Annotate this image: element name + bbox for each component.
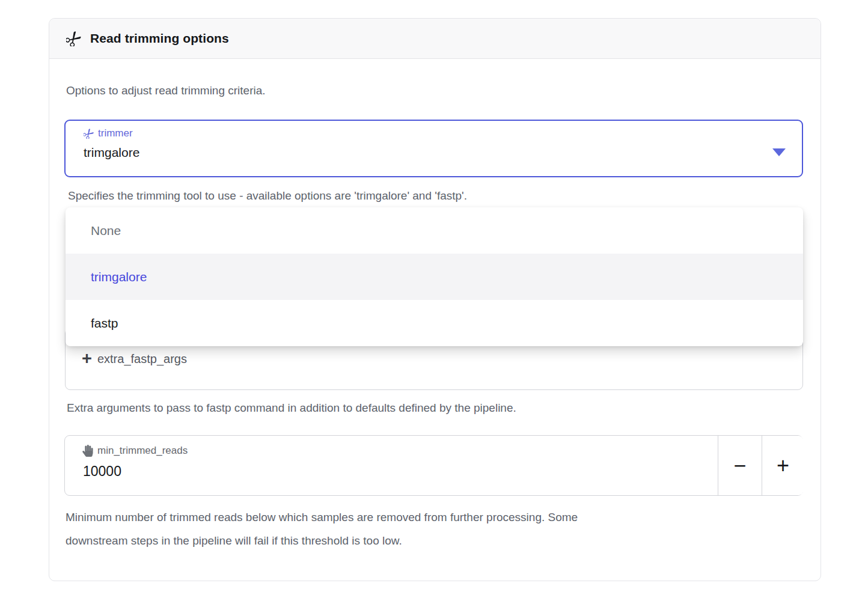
min-trimmed-reads-input[interactable]: min_trimmed_reads 10000 (65, 436, 718, 495)
dropdown-option-fastp[interactable]: fastp (66, 300, 803, 346)
trimmer-label-row: trimmer (84, 127, 133, 139)
read-trimming-options-panel: Read trimming options Options to adjust … (49, 18, 821, 581)
increment-button[interactable]: + (762, 436, 804, 495)
min-trimmed-reads-value: 10000 (83, 463, 121, 480)
dropdown-option-none[interactable]: None (66, 207, 803, 254)
extra-fastp-args-help-text: Extra arguments to pass to fastp command… (67, 401, 516, 415)
trimmer-dropdown-menu: None trimgalore fastp (66, 207, 803, 346)
trimmer-value: trimgalore (84, 145, 139, 160)
panel-title: Read trimming options (90, 31, 229, 46)
min-trimmed-reads-group: min_trimmed_reads 10000 − + (64, 435, 803, 496)
min-trimmed-reads-label-row: min_trimmed_reads (82, 445, 188, 457)
min-trimmed-reads-help-text: Minimum number of trimmed reads below wh… (66, 505, 578, 552)
trimmer-label: trimmer (98, 127, 133, 139)
panel-header: Read trimming options (49, 19, 821, 59)
extra-fastp-args-label: extra_fastp_args (97, 352, 187, 366)
dropdown-option-trimgalore[interactable]: trimgalore (66, 254, 803, 300)
help-line-1: Minimum number of trimmed reads below wh… (66, 505, 578, 529)
section-description: Options to adjust read trimming criteria… (66, 84, 266, 98)
help-line-2: downstream steps in the pipeline will fa… (66, 529, 578, 552)
plus-icon: + (82, 350, 92, 367)
trimmer-help-text: Specifies the trimming tool to use - ava… (68, 189, 467, 203)
scissors-icon (66, 31, 81, 46)
hand-icon (82, 445, 93, 457)
min-trimmed-reads-label: min_trimmed_reads (97, 445, 188, 457)
trimmer-select[interactable]: trimmer trimgalore (64, 120, 803, 177)
scissors-icon (84, 129, 94, 139)
decrement-button[interactable]: − (718, 436, 762, 495)
caret-down-icon[interactable] (772, 148, 786, 156)
